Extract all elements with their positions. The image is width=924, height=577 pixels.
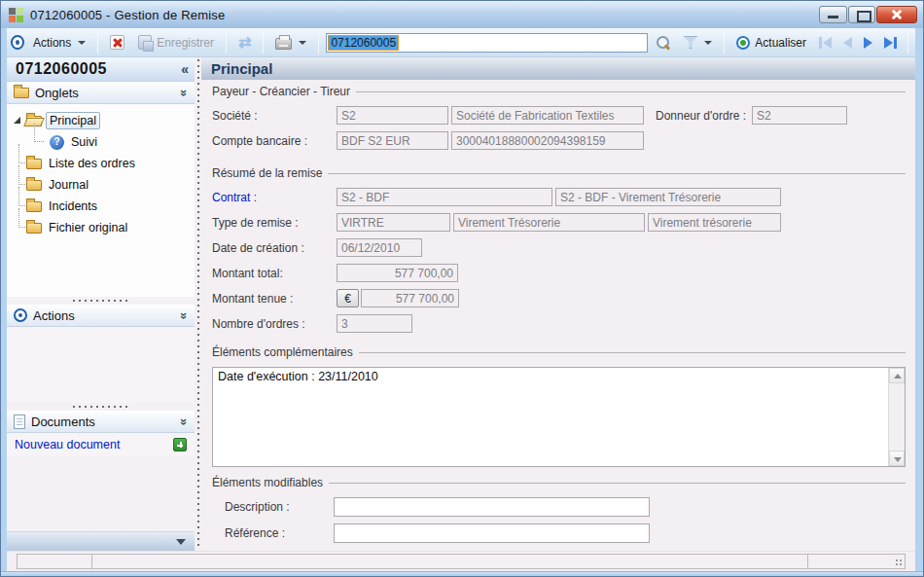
sidebar: 0712060005 « Onglets » Principal bbox=[7, 57, 195, 551]
complementaires-group-legend: Éléments complémentaires bbox=[212, 345, 359, 359]
window-title: 0712060005 - Gestion de Remise bbox=[30, 8, 225, 22]
window-frame: Actions Enregistrer ⇄ 0712060005 bbox=[1, 28, 923, 571]
panel-splitter-handle[interactable] bbox=[7, 403, 195, 411]
montant-tenue-field: 577 700,00 bbox=[361, 289, 459, 307]
onglets-panel-header[interactable]: Onglets » bbox=[7, 82, 195, 104]
tree-item-label: Incidents bbox=[46, 198, 100, 214]
record-id-input[interactable]: 0712060005 bbox=[326, 33, 648, 53]
actualiser-button[interactable]: Actualiser bbox=[731, 33, 811, 53]
description-row: Description : bbox=[212, 497, 906, 517]
status-cell-right bbox=[808, 554, 906, 569]
type-remise-row: Type de remise : VIRTRE Virement Trésore… bbox=[212, 213, 906, 232]
societe-row: Société : S2 Société de Fabrication Text… bbox=[212, 106, 906, 125]
scroll-down-icon[interactable] bbox=[889, 451, 905, 466]
montant-tenue-label: Montant tenue : bbox=[212, 292, 337, 306]
maximize-button[interactable] bbox=[848, 6, 875, 23]
previous-record-button[interactable] bbox=[839, 34, 856, 52]
payeur-group-legend: Payeur - Créancier - Tireur bbox=[212, 85, 356, 98]
contrat-row: Contrat : S2 - BDF S2 - BDF - Virement T… bbox=[212, 188, 906, 206]
search-icon bbox=[657, 36, 669, 49]
actualiser-icon bbox=[736, 36, 750, 50]
chevron-down-icon bbox=[704, 41, 712, 45]
close-button[interactable] bbox=[876, 6, 917, 23]
sidebar-collapse-button[interactable]: « bbox=[181, 62, 189, 76]
tree-guide bbox=[18, 187, 25, 206]
refresh-icon: ⇄ bbox=[238, 36, 251, 50]
save-label: Enregistrer bbox=[157, 36, 214, 50]
tree-item-incidents[interactable]: Incidents bbox=[13, 196, 191, 217]
main-content: Payeur - Créancier - Tireur Société : S2… bbox=[201, 80, 915, 551]
donneur-ordre-label: Donneur d'ordre : bbox=[656, 109, 746, 123]
actions-menu-button[interactable]: Actions bbox=[28, 33, 90, 53]
save-button[interactable]: Enregistrer bbox=[133, 32, 219, 53]
status-cell-left bbox=[17, 554, 92, 569]
window-bottom-border bbox=[1, 571, 923, 576]
tree-item-liste-des-ordres[interactable]: Liste des ordres bbox=[13, 153, 191, 174]
group-rule bbox=[329, 483, 906, 484]
reference-row: Référence : bbox=[212, 523, 906, 543]
type-name-field: Virement Trésorerie bbox=[453, 213, 645, 232]
chevron-down-icon bbox=[299, 41, 306, 45]
tree-item-fichier-original[interactable]: Fichier original bbox=[13, 217, 191, 238]
complementaires-text: Date d'exécution : 23/11/2010 bbox=[213, 368, 905, 385]
nombre-ordres-label: Nombre d'ordres : bbox=[212, 317, 337, 331]
date-creation-field: 06/12/2010 bbox=[337, 238, 422, 257]
toolbar-separator bbox=[97, 32, 98, 54]
societe-code-field: S2 bbox=[337, 106, 448, 125]
tree-guide bbox=[34, 124, 44, 142]
tree-item-label: Suivi bbox=[68, 134, 100, 150]
complementaires-textarea[interactable]: Date d'exécution : 23/11/2010 bbox=[212, 367, 906, 467]
tree-guide bbox=[18, 165, 25, 185]
printer-icon bbox=[275, 38, 292, 50]
tree-item-label: Liste des ordres bbox=[46, 156, 138, 171]
contrat-label[interactable]: Contrat : bbox=[212, 191, 337, 204]
actions-panel-header[interactable]: Actions » bbox=[7, 305, 195, 327]
group-rule bbox=[328, 173, 906, 174]
filter-button[interactable] bbox=[678, 33, 717, 52]
actions-menu-label: Actions bbox=[33, 36, 71, 50]
refresh-button[interactable]: ⇄ bbox=[233, 33, 256, 53]
sidebar-record-header: 0712060005 « bbox=[7, 57, 195, 82]
actions-target-icon bbox=[11, 35, 24, 50]
tree-item-suivi[interactable]: Suivi bbox=[13, 131, 191, 153]
description-input[interactable] bbox=[334, 497, 650, 517]
folder-icon bbox=[14, 88, 29, 98]
resize-grip-icon[interactable] bbox=[894, 558, 904, 567]
print-button[interactable] bbox=[270, 32, 311, 53]
sidebar-splitter-handle[interactable] bbox=[195, 57, 201, 551]
tree-expander-icon[interactable] bbox=[14, 117, 20, 124]
folder-icon bbox=[26, 201, 42, 212]
sidebar-spacer bbox=[7, 456, 195, 531]
next-record-button[interactable] bbox=[860, 34, 876, 52]
delete-button[interactable] bbox=[105, 32, 129, 53]
group-rule bbox=[356, 91, 906, 92]
add-document-icon[interactable] bbox=[173, 438, 187, 451]
reference-input[interactable] bbox=[334, 523, 650, 543]
minimize-button[interactable] bbox=[819, 6, 847, 23]
window-body: 0712060005 « Onglets » Principal bbox=[7, 57, 915, 551]
modifiables-group-header: Éléments modifiables bbox=[212, 476, 906, 489]
collapse-panel-icon[interactable]: » bbox=[178, 417, 191, 424]
type-name2-field: Virement trésorerie bbox=[648, 213, 781, 232]
last-record-button[interactable] bbox=[880, 34, 901, 52]
documents-panel-content: Nouveau document bbox=[7, 433, 195, 456]
collapse-panel-icon[interactable]: » bbox=[178, 311, 191, 318]
collapse-panel-icon[interactable]: » bbox=[178, 89, 191, 95]
first-record-button[interactable] bbox=[815, 34, 835, 52]
sidebar-overflow-button[interactable] bbox=[7, 531, 195, 551]
tree-item-journal[interactable]: Journal bbox=[13, 174, 191, 196]
textarea-scrollbar[interactable] bbox=[888, 368, 905, 466]
scroll-up-icon[interactable] bbox=[889, 368, 905, 383]
type-code-field: VIRTRE bbox=[337, 213, 450, 232]
new-document-link[interactable]: Nouveau document bbox=[15, 438, 120, 451]
panel-splitter-handle[interactable] bbox=[7, 297, 195, 305]
reference-label: Référence : bbox=[225, 526, 334, 540]
documents-panel-header[interactable]: Documents » bbox=[7, 411, 195, 433]
montant-tenue-row: Montant tenue : € 577 700,00 bbox=[212, 289, 906, 307]
compte-bancaire-row: Compte bancaire : BDF S2 EUR 30004018880… bbox=[212, 131, 906, 150]
nombre-ordres-field: 3 bbox=[337, 314, 412, 333]
sidebar-record-id: 0712060005 bbox=[16, 60, 107, 78]
toolbar-separator bbox=[724, 32, 725, 54]
currency-button[interactable]: € bbox=[337, 289, 359, 307]
search-button[interactable] bbox=[652, 33, 674, 52]
